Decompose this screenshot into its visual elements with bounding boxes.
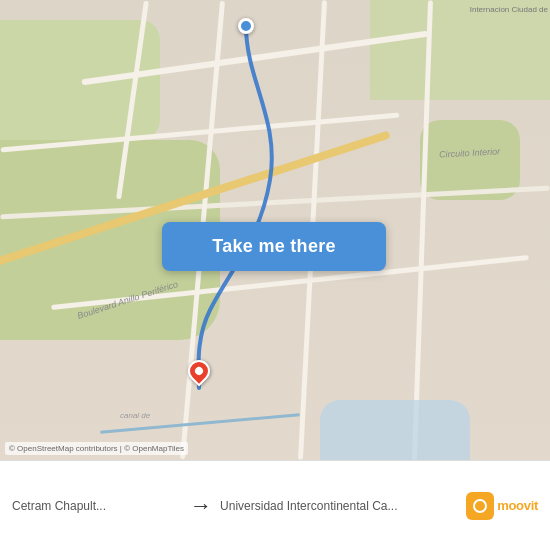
route-to: Universidad Intercontinental Ca... — [220, 499, 458, 513]
route-arrow-icon: → — [190, 493, 212, 519]
destination-marker — [188, 360, 210, 388]
moovit-icon — [466, 492, 494, 520]
button-label: Take me there — [212, 236, 336, 257]
map-attribution: © OpenStreetMap contributors | © OpenMap… — [5, 442, 188, 455]
map-area: Boulevard Anillo Periférico canal de Cir… — [0, 0, 550, 460]
take-me-there-button[interactable]: Take me there — [162, 222, 386, 271]
moovit-text: moovit — [497, 498, 538, 513]
bottom-navigation-bar: Cetram Chapult... → Universidad Intercon… — [0, 460, 550, 550]
route-from: Cetram Chapult... — [12, 499, 182, 513]
canal-label: canal de — [120, 411, 150, 420]
water-area — [320, 400, 470, 460]
from-label: Cetram Chapult... — [12, 499, 182, 513]
moovit-icon-circle — [473, 499, 487, 513]
internacion-label: Internacion Ciudad de — [470, 5, 548, 15]
to-label: Universidad Intercontinental Ca... — [220, 499, 458, 513]
moovit-logo: moovit — [466, 492, 538, 520]
origin-marker — [238, 18, 254, 34]
app-container: Boulevard Anillo Periférico canal de Cir… — [0, 0, 550, 550]
